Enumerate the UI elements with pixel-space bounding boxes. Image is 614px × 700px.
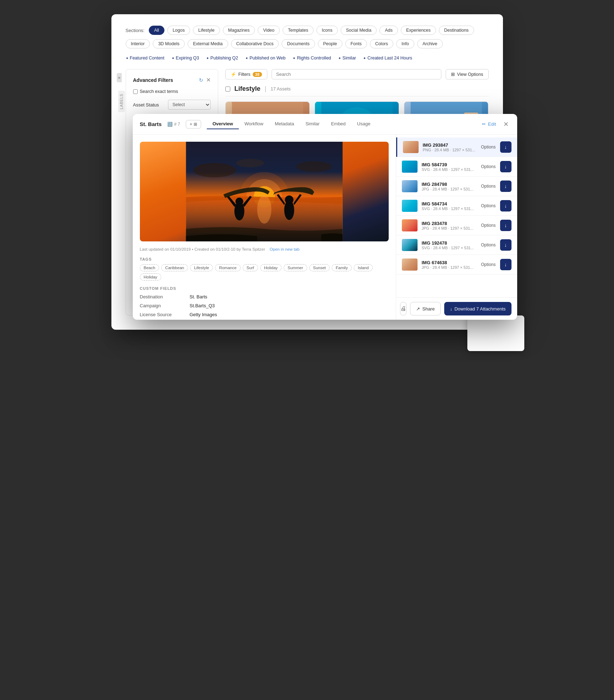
print-button[interactable]: 🖨 (400, 302, 406, 315)
section-btn-experiences[interactable]: Experiences (401, 26, 436, 35)
labels-sidebar-tab[interactable]: LABELS (118, 91, 125, 112)
modal-title: St. Barts (140, 121, 162, 127)
section-btn-interior[interactable]: Interior (126, 39, 150, 48)
section-btn-magazines[interactable]: Magazines (223, 26, 255, 35)
file-options-button-293847[interactable]: Options (481, 145, 495, 150)
section-btn-archive[interactable]: Archive (417, 39, 443, 48)
tag-holiday-2[interactable]: Holiday (140, 273, 161, 281)
file-item-283478[interactable]: IMG 283478 JPG · 28.4 MB · 1297 × 531...… (396, 216, 517, 235)
tag-summer[interactable]: Summer (284, 264, 307, 271)
file-options-button-674638[interactable]: Options (481, 262, 495, 267)
tag-romance[interactable]: Romance (215, 264, 240, 271)
tag-holiday[interactable]: Holiday (260, 264, 282, 271)
tags-container: Beach Caribbean Lifestyle Romance Surf H… (140, 264, 389, 281)
file-download-button-284798[interactable]: ↓ (500, 181, 511, 192)
file-info-293847: IMG 293847 PNG · 28.4 MB · 1297 × 531... (423, 142, 477, 152)
open-in-new-tab-link[interactable]: Open in new tab (270, 247, 300, 251)
section-btn-documents[interactable]: Documents (282, 39, 315, 48)
file-download-button-192478[interactable]: ↓ (500, 239, 511, 251)
section-btn-info[interactable]: Info (396, 39, 414, 48)
file-download-button-283478[interactable]: ↓ (500, 220, 511, 231)
tab-metadata[interactable]: Metadata (269, 119, 300, 129)
file-item-584734[interactable]: IMG 584734 SVG · 28.4 MB · 1297 × 531...… (396, 196, 517, 216)
file-download-button-584734[interactable]: ↓ (500, 200, 511, 211)
filters-label: Filters (238, 72, 251, 77)
custom-field-campaign: Campaign St.Barts_Q3 (140, 303, 389, 308)
sections-row-1: Sections: All Logos Lifestyle Magazines … (126, 26, 489, 35)
close-filters-icon[interactable]: ✕ (206, 77, 211, 83)
download-icon: ↓ (450, 306, 452, 312)
file-item-674638[interactable]: IMG 674638 JPG · 28.4 MB · 1297 × 531...… (396, 255, 517, 275)
modal-close-button[interactable]: ✕ (502, 120, 510, 128)
section-btn-3d-models[interactable]: 3D Models (153, 39, 185, 48)
file-download-button-293847[interactable]: ↓ (500, 141, 511, 153)
asset-count: 17 Assets (271, 86, 290, 92)
filter-icon: ✦ (206, 56, 209, 60)
file-item-293847[interactable]: IMG 293847 PNG · 28.4 MB · 1297 × 531...… (396, 137, 517, 157)
tab-embed[interactable]: Embed (325, 119, 351, 129)
section-btn-lifestyle[interactable]: Lifestyle (193, 26, 220, 35)
section-btn-people[interactable]: People (318, 39, 342, 48)
section-header: Lifestyle | 17 Assets (225, 85, 489, 96)
section-btn-icons[interactable]: Icons (316, 26, 338, 35)
filters-button[interactable]: ⚡ Filters 38 (225, 69, 267, 79)
search-exact-section: Search exact terms (133, 89, 211, 94)
file-item-284798[interactable]: IMG 284798 JPG · 28.4 MB · 1297 × 531...… (396, 177, 517, 196)
asset-status-select[interactable]: Select (168, 100, 211, 110)
section-btn-fonts[interactable]: Fonts (345, 39, 367, 48)
tab-overview[interactable]: Overview (207, 119, 239, 129)
filter-publishing-q2[interactable]: ✦ Publishing Q2 (206, 56, 238, 61)
search-input[interactable] (272, 69, 441, 79)
file-download-button-674638[interactable]: ↓ (500, 259, 511, 270)
file-options-button-584734[interactable]: Options (481, 203, 495, 208)
tab-workflow[interactable]: Workflow (239, 119, 269, 129)
tag-surf[interactable]: Surf (243, 264, 258, 271)
file-options-button-192478[interactable]: Options (481, 242, 495, 247)
filter-similar[interactable]: ✦ Similar (338, 56, 356, 61)
filter-featured-content[interactable]: ✦ Featured Content (126, 56, 164, 61)
file-item-584739[interactable]: IMG 584739 SVG · 28.4 MB · 1297 × 531...… (396, 157, 517, 177)
view-options-button[interactable]: ⊞ View Options (446, 69, 488, 79)
section-btn-all[interactable]: All (149, 26, 164, 35)
sections-row-2: Interior 3D Models External Media Collab… (126, 39, 489, 48)
section-btn-video[interactable]: Video (258, 26, 280, 35)
section-btn-collaborative-docs[interactable]: Collaborative Docs (231, 39, 279, 48)
section-btn-ads[interactable]: Ads (379, 26, 398, 35)
file-options-button-584739[interactable]: Options (481, 164, 495, 169)
section-btn-destinations[interactable]: Destinations (439, 26, 474, 35)
file-options-button-283478[interactable]: Options (481, 223, 495, 228)
section-btn-templates[interactable]: Templates (283, 26, 314, 35)
download-all-button[interactable]: ↓ Download 7 Attachments (444, 302, 511, 315)
share-button[interactable]: ↗ Share (410, 302, 441, 315)
file-thumb-674638 (402, 258, 418, 271)
search-exact-checkbox[interactable] (133, 89, 138, 94)
collapse-panel-btn[interactable]: » (117, 73, 122, 82)
section-btn-external-media[interactable]: External Media (188, 39, 228, 48)
filter-icon: ✦ (338, 56, 341, 60)
file-item-192478[interactable]: IMG 192478 SVG · 28.4 MB · 1297 × 531...… (396, 235, 517, 255)
filter-rights-controlled[interactable]: ✦ Rights Controlled (293, 56, 331, 61)
filter-expiring-q3[interactable]: ✦ Expiring Q3 (172, 56, 199, 61)
section-btn-logos[interactable]: Logos (167, 26, 190, 35)
tag-caribbean[interactable]: Caribbean (161, 264, 188, 271)
tag-lifestyle[interactable]: Lifestyle (190, 264, 213, 271)
tag-island[interactable]: Island (354, 264, 373, 271)
edit-button[interactable]: ✏ Edit (482, 121, 496, 127)
filter-created-last-24h[interactable]: ✦ Created Last 24 Hours (363, 56, 412, 61)
modal-footer: 🖨 ↗ Share ↓ Download 7 Attachments (396, 297, 517, 320)
modal-add-button[interactable]: + ⊞ (186, 120, 201, 129)
section-select-all-checkbox[interactable] (225, 87, 230, 92)
file-options-button-284798[interactable]: Options (481, 184, 495, 189)
tag-family[interactable]: Family (332, 264, 352, 271)
tag-sunset[interactable]: Sunset (309, 264, 330, 271)
tag-beach[interactable]: Beach (140, 264, 159, 271)
refresh-icon[interactable]: ↻ (199, 77, 203, 83)
tab-similar[interactable]: Similar (300, 119, 325, 129)
tab-usage[interactable]: Usage (351, 119, 376, 129)
filter-icon: ✦ (172, 56, 174, 60)
print-icon: 🖨 (400, 305, 406, 312)
section-btn-colors[interactable]: Colors (370, 39, 393, 48)
filter-published-on-web[interactable]: ✦ Published on Web (245, 56, 285, 61)
file-download-button-584739[interactable]: ↓ (500, 161, 511, 172)
section-btn-social-media[interactable]: Social Media (341, 26, 377, 35)
